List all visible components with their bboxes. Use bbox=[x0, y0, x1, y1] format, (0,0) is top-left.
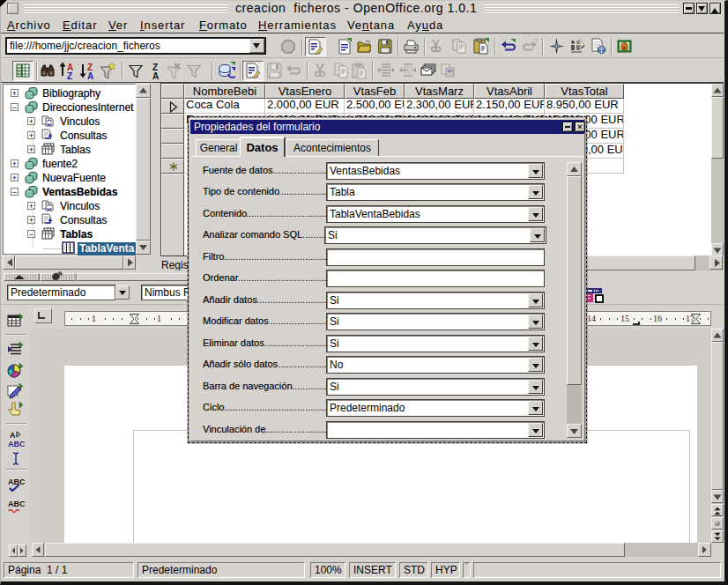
svg-text:ABC: ABC bbox=[8, 478, 25, 486]
svg-text:A: A bbox=[10, 431, 16, 440]
svg-text:A: A bbox=[87, 71, 93, 80]
svg-text:Z: Z bbox=[67, 71, 72, 80]
svg-text:A: A bbox=[152, 71, 159, 80]
svg-text:ABC: ABC bbox=[8, 500, 25, 508]
svg-text:ABC: ABC bbox=[8, 440, 25, 448]
